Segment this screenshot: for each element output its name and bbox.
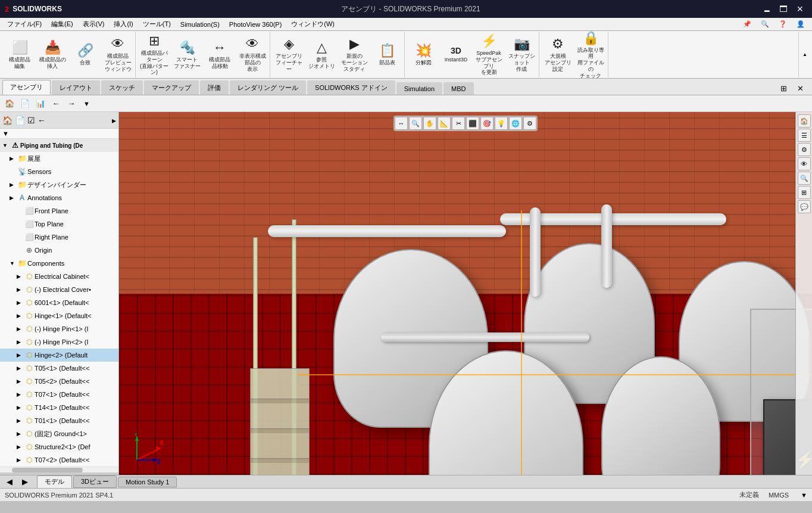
rt-home-btn[interactable]: 🏠	[798, 114, 811, 128]
toolbar-pattern[interactable]: ⊞ 構成部品パターン(直線パターン)	[138, 35, 170, 75]
tree-item-t14-1[interactable]: ▶ ⬡ T14<1> (Default<<	[0, 401, 118, 414]
tree-item-tenkai[interactable]: ▶ 📁 展屋	[0, 152, 118, 165]
tree-more-icon[interactable]: ▸	[112, 116, 116, 125]
tree-item-electrical-cover[interactable]: ▶ ⬡ (-) Electrical Cover•	[0, 283, 118, 296]
menu-file[interactable]: ファイル(F)	[2, 18, 46, 30]
toolbar-ref-geometry[interactable]: △ 参照ジオメトリ	[305, 35, 338, 75]
toolbar-preview-window[interactable]: 👁 構成部品プレビューウィンドウ	[102, 35, 134, 75]
rt-grid-btn[interactable]: ⊞	[798, 186, 811, 199]
rt-zoom-btn[interactable]: 🔍	[798, 172, 811, 185]
rt-settings-btn[interactable]: ⚙	[798, 143, 811, 156]
rt-comment-btn[interactable]: 💬	[798, 200, 811, 213]
tree-item-front-plane[interactable]: ⬜ Front Plane	[0, 204, 118, 217]
toolbar-speedpak[interactable]: ⚡ SpeedPakサブアセンブリを更新	[473, 35, 505, 75]
tree-item-hinge-pin1[interactable]: ▶ ⬡ (-) Hinge Pin<1> (I	[0, 322, 118, 335]
menu-pin[interactable]: 📌	[738, 19, 756, 29]
tree-item-electrical-cabinet[interactable]: ▶ ⬡ Electrical Cabinet<	[0, 270, 118, 283]
toolbar-snapshot[interactable]: 📷 スナップショット作成	[505, 35, 538, 75]
tab-rendering[interactable]: レンダリング ツール	[230, 80, 306, 95]
tree-item-t05-1[interactable]: ▶ ⬡ T05<1> (Default<<	[0, 362, 118, 375]
toolbar-bom[interactable]: 📋 部品表	[371, 35, 403, 75]
sec-home-btn[interactable]: 🏠	[2, 97, 17, 110]
tabs-expand-button[interactable]: ⊞	[776, 82, 791, 95]
tree-item-components[interactable]: ▼ 📁 Components	[0, 257, 118, 270]
vp-display-btn[interactable]: 🌐	[509, 117, 522, 130]
tree-item-sensors[interactable]: 📡 Sensors	[0, 165, 118, 178]
rt-view-btn[interactable]: 👁	[798, 157, 811, 170]
tree-item-annotations[interactable]: ▶ A Annotations	[0, 191, 118, 204]
tree-item-t07-2[interactable]: ▶ ⬡ T07<2> (Default<<	[0, 453, 118, 467]
tab-assembly[interactable]: アセンブリ	[2, 80, 51, 95]
tree-doc-icon[interactable]: 📄	[15, 116, 25, 125]
tree-hscroll[interactable]	[0, 467, 118, 472]
toolbar-large-assembly[interactable]: ⚙ 大規模アセンブリ設定	[542, 35, 574, 75]
toolbar-show-hidden[interactable]: 👁 非表示構成部品の表示	[236, 35, 268, 75]
tree-item-hinge-pin2[interactable]: ▶ ⬡ (-) Hinge Pin<2> (I	[0, 335, 118, 349]
tab-mbd[interactable]: MBD	[444, 82, 473, 95]
toolbar-explode[interactable]: 💥 分解図	[407, 35, 439, 75]
tree-item-right-plane[interactable]: ⬜ Right Plane	[0, 231, 118, 244]
tabs-close-button[interactable]: ✕	[793, 82, 807, 95]
tree-item-6001[interactable]: ▶ ⬡ 6001<1> (Default<	[0, 296, 118, 309]
toolbar-collapse[interactable]: ▲	[802, 52, 807, 57]
tree-item-t05-2[interactable]: ▶ ⬡ T05<2> (Default<<	[0, 375, 118, 388]
tab-3dview[interactable]: 3Dビュー	[73, 475, 117, 488]
tab-model[interactable]: モデル	[37, 475, 72, 488]
tree-item-origin[interactable]: ⊕ Origin	[0, 244, 118, 257]
vp-render-btn[interactable]: 💡	[495, 117, 508, 130]
vp-section-btn[interactable]: ✂	[452, 117, 465, 130]
tree-root-node[interactable]: ▼ ⚠ Piping and Tubing (De	[0, 139, 118, 152]
tree-resize-handle[interactable]	[0, 472, 118, 475]
toolbar-edit-component[interactable]: ⬜ 構成部品編集	[4, 35, 36, 75]
vp-zoom-btn[interactable]: 🔍	[409, 117, 422, 130]
tab-motion-study[interactable]: Motion Study 1	[118, 477, 177, 487]
tree-item-t01-1[interactable]: ▶ ⬡ T01<1> (Default<<	[0, 414, 118, 427]
tab-layout[interactable]: レイアウト	[52, 80, 100, 95]
tree-item-hinge1[interactable]: ▶ ⬡ Hinge<1> (Default<	[0, 309, 118, 322]
menu-help[interactable]: ❓	[774, 19, 792, 29]
sec-settings-btn[interactable]: 📊	[33, 97, 48, 110]
toolbar-insert-component[interactable]: 📥 構成部品の挿入	[36, 35, 68, 75]
vp-pan-btn[interactable]: ✋	[423, 117, 436, 130]
tree-back-icon[interactable]: ←	[38, 116, 46, 125]
maximize-button[interactable]: 🗖	[776, 3, 791, 15]
menu-insert[interactable]: 挿入(I)	[109, 18, 138, 30]
menu-view[interactable]: 表示(V)	[78, 18, 110, 30]
sec-doc-btn[interactable]: 📄	[18, 97, 32, 110]
toolbar-motion-study[interactable]: ▶ 新規のモーションスタディ	[338, 35, 370, 75]
tab-solidworks-addins[interactable]: SOLIDWORKS アドイン	[307, 80, 395, 95]
status-units-dropdown[interactable]: ▼	[801, 492, 807, 499]
bottom-next-btn[interactable]: ▶	[18, 475, 32, 489]
toolbar-readonly-check[interactable]: 🔒 読み取り専用用ファイルのチェック	[574, 35, 607, 75]
menu-user[interactable]: 👤	[792, 19, 810, 29]
toolbar-move-component[interactable]: ↔ 構成部品品移動	[204, 35, 236, 75]
minimize-button[interactable]: 🗕	[760, 3, 774, 15]
toolbar-mate[interactable]: 🔗 合致	[69, 35, 101, 75]
menu-window[interactable]: ウィンドウ(W)	[286, 18, 339, 30]
sec-fwd-btn[interactable]: →	[64, 97, 79, 110]
tree-scroll-area[interactable]: ▶ 📁 展屋 📡 Sensors ▶ 📁 デザインバインダー ▶ A Annot…	[0, 152, 118, 467]
tree-item-structure2[interactable]: ▶ ⬡ Structure2<1> (Def	[0, 440, 118, 453]
menu-tools[interactable]: ツール(T)	[138, 18, 176, 30]
tree-check-icon[interactable]: ☑	[27, 116, 35, 125]
sec-back-btn[interactable]: ←	[49, 97, 63, 110]
tree-item-t07-1[interactable]: ▶ ⬡ T07<1> (Default<<	[0, 388, 118, 401]
close-button[interactable]: ✕	[793, 3, 807, 15]
menu-simulation[interactable]: Simulation(S)	[176, 20, 224, 29]
bottom-prev-btn[interactable]: ◀	[2, 475, 17, 489]
tree-home-icon[interactable]: 🏠	[2, 116, 13, 125]
vp-rotate-btn[interactable]: ↔	[395, 117, 408, 130]
vp-settings-btn[interactable]: ⚙	[523, 117, 536, 130]
toolbar-instant3d[interactable]: 3D Instant3D	[440, 35, 472, 75]
vp-view-btn[interactable]: ⬛	[466, 117, 479, 130]
tree-item-design-binder[interactable]: ▶ 📁 デザインバインダー	[0, 178, 118, 191]
toolbar-smart-fastener[interactable]: 🔩 スマートファスナー	[171, 35, 203, 75]
tree-item-ground[interactable]: ▶ ⬡ (固定) Ground<1>	[0, 427, 118, 440]
menu-edit[interactable]: 編集(E)	[46, 18, 78, 30]
tab-sketch[interactable]: スケッチ	[101, 80, 143, 95]
tree-item-top-plane[interactable]: ⬜ Top Plane	[0, 217, 118, 231]
3d-viewport[interactable]: ⚡ X Y Z	[119, 112, 812, 475]
tab-evaluate[interactable]: 評価	[200, 80, 229, 95]
tab-markup[interactable]: マークアップ	[144, 80, 199, 95]
vp-orientation-btn[interactable]: 🎯	[480, 117, 494, 130]
